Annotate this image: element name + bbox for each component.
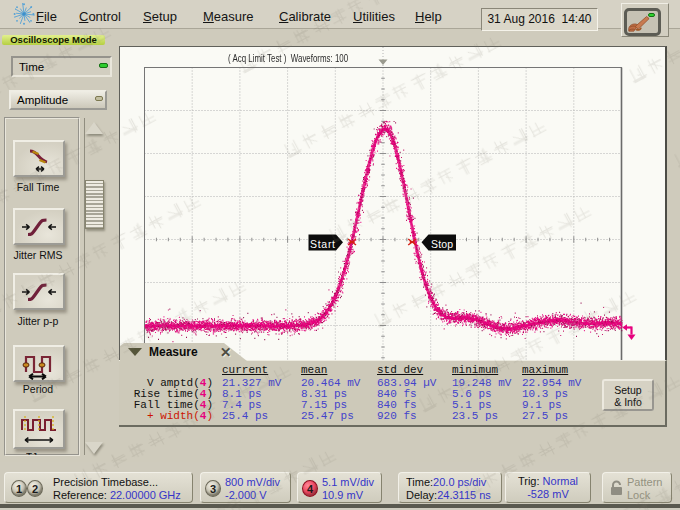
svg-text:Start: Start	[310, 238, 335, 250]
svg-text:Stop: Stop	[431, 238, 453, 250]
